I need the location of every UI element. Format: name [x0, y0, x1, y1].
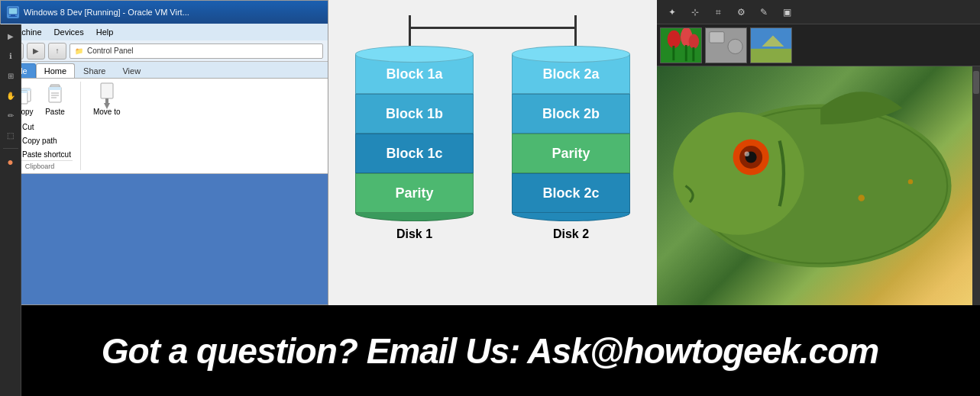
tool-link[interactable]: ⌗: [709, 3, 727, 21]
top-section: Windows 8 Dev [Running] - Oracle VM Virt…: [0, 0, 980, 305]
svg-point-34: [745, 152, 749, 156]
svg-rect-20: [685, 45, 687, 61]
left-panel: Windows 8 Dev [Running] - Oracle VM Virt…: [0, 0, 328, 305]
paste-icon: [44, 85, 66, 106]
svg-rect-13: [101, 83, 113, 98]
disk1-container: Block 1a Block 1b Block 1c Parity: [355, 46, 474, 241]
menu-bar: Machine Devices Help: [1, 24, 328, 40]
copy-path-label: Copy path: [22, 137, 57, 145]
up-button[interactable]: ↑: [48, 43, 66, 60]
disks-row: Block 1a Block 1b Block 1c Parity: [355, 46, 630, 290]
paste-label: Paste: [45, 108, 65, 116]
svg-point-24: [728, 39, 742, 53]
fish-photo-area: [657, 66, 980, 305]
svg-point-35: [858, 195, 865, 201]
svg-rect-1: [11, 14, 15, 16]
menu-help[interactable]: Help: [90, 27, 120, 37]
svg-rect-23: [710, 31, 724, 42]
address-bar[interactable]: 📁 Control Panel: [70, 43, 323, 59]
disk2-container: Block 2a Block 2b Parity Block 2c: [512, 46, 630, 241]
paste-button[interactable]: Paste: [41, 83, 69, 118]
fish-background: [657, 66, 980, 305]
right-panel: ✦ ⊹ ⌗ ⚙ ✎ ▣: [657, 0, 980, 305]
tab-view[interactable]: View: [114, 63, 149, 78]
banner-text: Got a question? Email Us: Ask@howtogeek.…: [102, 330, 878, 372]
window-titlebar: Windows 8 Dev [Running] - Oracle VM Virt…: [1, 1, 328, 24]
ribbon-tabs: File Home Share View: [1, 62, 328, 78]
disk1-label: Disk 1: [396, 227, 432, 241]
cut-label: Cut: [22, 123, 34, 131]
svg-rect-2: [9, 16, 17, 17]
left-vertical-line: [409, 15, 411, 46]
thumb-landscape[interactable]: [750, 27, 792, 63]
move-label: Move to: [93, 108, 121, 116]
disk1-top-cap: [355, 46, 474, 63]
disk1-parity: Parity: [355, 173, 474, 213]
tab-share[interactable]: Share: [75, 63, 114, 78]
svg-rect-0: [8, 8, 18, 14]
move-icon: [96, 85, 118, 106]
vm-icon: [7, 6, 19, 18]
tool-settings[interactable]: ⚙: [732, 3, 750, 21]
tool-crop[interactable]: ▣: [778, 3, 796, 21]
menu-devices[interactable]: Devices: [48, 27, 90, 37]
ribbon: File Home Share View: [1, 62, 328, 174]
scrollbar-thumb[interactable]: [973, 71, 979, 94]
horizontal-line: [409, 27, 577, 29]
disk2-top-cap: [512, 46, 630, 63]
disk2-cylinder: Block 2a Block 2b Parity Block 2c: [512, 54, 630, 213]
forward-button[interactable]: ▶: [27, 43, 45, 60]
paste-shortcut-label: Paste shortcut: [22, 150, 71, 159]
bottom-banner: Got a question? Email Us: Ask@howtogeek.…: [0, 305, 980, 396]
right-vertical-line: [574, 15, 577, 46]
raid-diagram: Block 1a Block 1b Block 1c Parity: [336, 8, 649, 298]
window-title: Windows 8 Dev [Running] - Oracle VM Virt…: [24, 8, 189, 17]
connection-lines: [351, 15, 634, 46]
tool-cursor[interactable]: ⊹: [686, 3, 704, 21]
disk2-block2c: Block 2c: [512, 173, 630, 213]
tool-edit[interactable]: ✎: [755, 3, 773, 21]
svg-rect-14: [105, 98, 108, 105]
disk1-block1c: Block 1c: [355, 134, 474, 173]
photo-toolbar: ✦ ⊹ ⌗ ⚙ ✎ ▣: [657, 0, 980, 24]
thumb-tulips[interactable]: [660, 27, 702, 63]
svg-point-18: [689, 34, 699, 48]
vertical-scrollbar[interactable]: [972, 66, 980, 305]
move-button[interactable]: Move to: [90, 83, 124, 118]
disk2-parity: Parity: [512, 134, 630, 173]
svg-rect-19: [672, 45, 674, 60]
folder-icon: 📁: [73, 46, 84, 56]
address-text: Control Panel: [87, 47, 134, 55]
disk1-cylinder: Block 1a Block 1b Block 1c Parity: [355, 54, 474, 213]
svg-point-36: [908, 179, 913, 184]
disk2-block2b: Block 2b: [512, 94, 630, 134]
main-container: Windows 8 Dev [Running] - Oracle VM Virt…: [0, 0, 980, 396]
svg-rect-21: [692, 47, 694, 60]
svg-point-16: [668, 30, 681, 47]
disk1-block1b: Block 1b: [355, 94, 474, 134]
middle-panel: Block 1a Block 1b Block 1c Parity: [328, 0, 657, 305]
tab-home[interactable]: Home: [36, 63, 75, 78]
disk2-label: Disk 2: [553, 227, 589, 241]
thumbnail-strip: [657, 24, 980, 66]
ribbon-content: Copy: [1, 78, 328, 173]
svg-rect-26: [751, 48, 791, 62]
nav-toolbar: ◀ ▶ ↑ 📁 Control Panel: [1, 40, 328, 62]
tool-star[interactable]: ✦: [663, 3, 681, 21]
svg-rect-9: [49, 87, 61, 90]
thumb-gray[interactable]: [705, 27, 747, 63]
